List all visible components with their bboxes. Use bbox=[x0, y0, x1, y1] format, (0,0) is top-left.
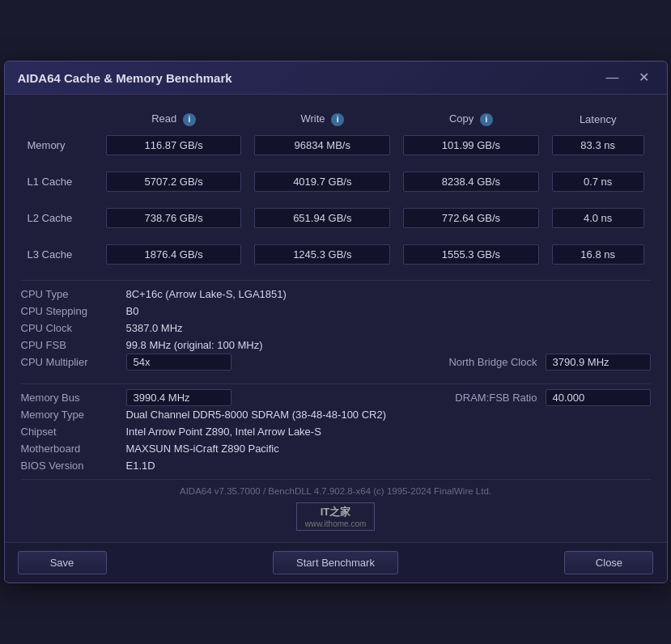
motherboard-value: MAXSUN MS-iCraft Z890 Pacific bbox=[126, 443, 651, 455]
bios-label: BIOS Version bbox=[21, 460, 126, 472]
copy-value-1: 8238.4 GB/s bbox=[403, 172, 539, 192]
copy-value-0: 101.99 GB/s bbox=[403, 135, 539, 155]
copy-value-3: 1555.3 GB/s bbox=[403, 244, 539, 265]
memory-type-row: Memory Type Dual Channel DDR5-8000 SDRAM… bbox=[21, 406, 651, 423]
main-content: Read i Write i Copy i Latency bbox=[5, 95, 667, 542]
benchmark-table: Read i Write i Copy i Latency bbox=[21, 108, 651, 269]
motherboard-label: Motherboard bbox=[21, 443, 126, 455]
cpu-stepping-value: B0 bbox=[126, 305, 651, 317]
latency-value-3: 16.8 ns bbox=[552, 244, 644, 265]
read-value-1: 5707.2 GB/s bbox=[106, 172, 242, 192]
close-window-button[interactable]: ✕ bbox=[634, 70, 654, 86]
latency-value-1: 0.7 ns bbox=[552, 172, 644, 192]
bios-value: E1.1D bbox=[126, 460, 651, 472]
read-value-3: 1876.4 GB/s bbox=[106, 244, 242, 265]
write-value-1: 4019.7 GB/s bbox=[254, 172, 390, 192]
cpu-fsb-value: 99.8 MHz (original: 100 MHz) bbox=[126, 339, 651, 351]
memory-info-section: Memory Bus 3990.4 MHz DRAM:FSB Ratio 40.… bbox=[21, 389, 651, 474]
copy-value-2: 772.64 GB/s bbox=[403, 208, 539, 228]
col-header-copy: Copy i bbox=[397, 108, 546, 131]
cpu-fsb-row: CPU FSB 99.8 MHz (original: 100 MHz) bbox=[21, 337, 651, 354]
cpu-clock-value: 5387.0 MHz bbox=[126, 322, 651, 334]
cpu-info-section: CPU Type 8C+16c (Arrow Lake-S, LGA1851) … bbox=[21, 286, 651, 371]
chipset-row: Chipset Intel Arrow Point Z890, Intel Ar… bbox=[21, 423, 651, 440]
cpu-type-value: 8C+16c (Arrow Lake-S, LGA1851) bbox=[126, 288, 651, 300]
cpu-multiplier-value: 54x bbox=[126, 354, 231, 371]
cpu-multiplier-row: CPU Multiplier 54x North Bridge Clock 37… bbox=[21, 354, 651, 371]
footer-version: AIDA64 v7.35.7000 / BenchDLL 4.7.902.8-x… bbox=[21, 479, 651, 499]
read-value-2: 738.76 GB/s bbox=[106, 208, 242, 228]
north-bridge-value: 3790.9 MHz bbox=[546, 354, 651, 371]
table-row: L3 Cache 1876.4 GB/s 1245.3 GB/s 1555.3 … bbox=[21, 240, 651, 269]
col-header-latency: Latency bbox=[546, 108, 651, 131]
main-window: AIDA64 Cache & Memory Benchmark — ✕ Read… bbox=[4, 61, 668, 583]
north-bridge-label: North Bridge Clock bbox=[448, 356, 537, 368]
table-row: L2 Cache 738.76 GB/s 651.94 GB/s 772.64 … bbox=[21, 204, 651, 232]
title-bar: AIDA64 Cache & Memory Benchmark — ✕ bbox=[5, 61, 667, 95]
cpu-type-label: CPU Type bbox=[21, 288, 126, 300]
minimize-button[interactable]: — bbox=[601, 70, 624, 86]
memory-bus-value: 3990.4 MHz bbox=[126, 389, 231, 406]
read-value-0: 116.87 GB/s bbox=[106, 135, 242, 155]
title-controls: — ✕ bbox=[601, 70, 654, 86]
cpu-clock-label: CPU Clock bbox=[21, 322, 126, 334]
write-value-2: 651.94 GB/s bbox=[254, 208, 390, 228]
latency-value-2: 4.0 ns bbox=[552, 208, 644, 228]
copy-info-icon[interactable]: i bbox=[480, 113, 493, 126]
write-info-icon[interactable]: i bbox=[331, 113, 344, 126]
row-label-0: Memory bbox=[21, 131, 100, 159]
row-label-1: L1 Cache bbox=[21, 167, 100, 196]
chipset-value: Intel Arrow Point Z890, Intel Arrow Lake… bbox=[126, 426, 651, 438]
row-label-3: L3 Cache bbox=[21, 240, 100, 269]
save-button[interactable]: Save bbox=[18, 551, 107, 574]
motherboard-row: Motherboard MAXSUN MS-iCraft Z890 Pacifi… bbox=[21, 440, 651, 457]
button-bar: Save Start Benchmark Close bbox=[5, 542, 667, 583]
col-header-write: Write i bbox=[248, 108, 397, 131]
close-button[interactable]: Close bbox=[564, 551, 653, 574]
watermark-area: IT之家 www.ithome.com bbox=[21, 499, 651, 534]
row-label-2: L2 Cache bbox=[21, 204, 100, 232]
memory-type-value: Dual Channel DDR5-8000 SDRAM (38-48-48-1… bbox=[126, 409, 651, 421]
start-benchmark-button[interactable]: Start Benchmark bbox=[273, 551, 398, 574]
dram-fsb-value: 40.000 bbox=[546, 389, 651, 406]
cpu-fsb-label: CPU FSB bbox=[21, 339, 126, 351]
memory-bus-label: Memory Bus bbox=[21, 392, 126, 404]
cpu-stepping-row: CPU Stepping B0 bbox=[21, 303, 651, 320]
watermark-box: IT之家 www.ithome.com bbox=[296, 502, 376, 531]
write-value-0: 96834 MB/s bbox=[254, 135, 390, 155]
table-row: Memory 116.87 GB/s 96834 MB/s 101.99 GB/… bbox=[21, 131, 651, 159]
table-row: L1 Cache 5707.2 GB/s 4019.7 GB/s 8238.4 … bbox=[21, 167, 651, 196]
cpu-multiplier-label: CPU Multiplier bbox=[21, 356, 126, 368]
bios-row: BIOS Version E1.1D bbox=[21, 457, 651, 474]
cpu-clock-row: CPU Clock 5387.0 MHz bbox=[21, 320, 651, 337]
window-title: AIDA64 Cache & Memory Benchmark bbox=[18, 71, 232, 85]
write-value-3: 1245.3 GB/s bbox=[254, 244, 390, 265]
cpu-stepping-label: CPU Stepping bbox=[21, 305, 126, 317]
memory-type-label: Memory Type bbox=[21, 409, 126, 421]
col-header-read: Read i bbox=[100, 108, 248, 131]
dram-fsb-label: DRAM:FSB Ratio bbox=[455, 392, 537, 404]
read-info-icon[interactable]: i bbox=[183, 113, 196, 126]
latency-value-0: 83.3 ns bbox=[552, 135, 644, 155]
memory-bus-row: Memory Bus 3990.4 MHz DRAM:FSB Ratio 40.… bbox=[21, 389, 651, 406]
cpu-type-row: CPU Type 8C+16c (Arrow Lake-S, LGA1851) bbox=[21, 286, 651, 303]
chipset-label: Chipset bbox=[21, 426, 126, 438]
